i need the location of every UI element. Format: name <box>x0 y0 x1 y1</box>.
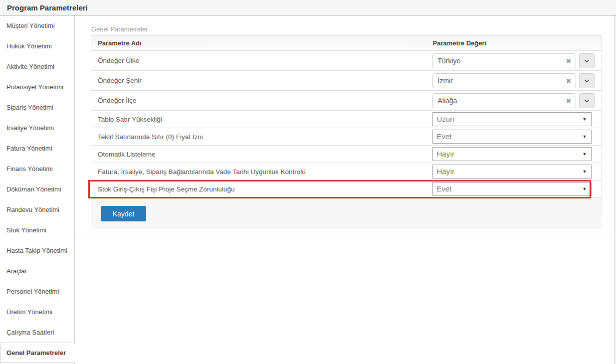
sidebar-item[interactable]: Sipariş Yönetimi <box>0 97 74 118</box>
sidebar-item-active[interactable]: Genel Parametreler <box>0 343 75 363</box>
combobox-input-wrap: ✖ <box>432 93 576 108</box>
parameter-value-cell: Uzun▼ <box>430 111 602 128</box>
page-header: Program Parametreleri <box>0 0 616 15</box>
value-input[interactable] <box>432 93 576 108</box>
value-combobox: ✖ <box>432 53 602 68</box>
dropdown-button[interactable] <box>579 73 595 88</box>
combobox-input-wrap: ✖ <box>432 53 576 68</box>
chevron-down-icon <box>584 97 590 104</box>
section-title: Genel Parametreler <box>91 25 148 33</box>
select-value-text: Hayır <box>437 150 455 158</box>
table-row: Öndeğer Şehir✖ <box>91 71 602 91</box>
clear-icon[interactable]: ✖ <box>566 77 572 84</box>
value-input[interactable] <box>432 73 576 88</box>
select-arrow-icon: ▼ <box>583 148 587 161</box>
content-bottom-divider <box>75 237 615 237</box>
sidebar-item[interactable]: Stok Yönetimi <box>0 220 74 240</box>
table-row: Teklif Satırlarında Sıfır (0) Fiyat İzni… <box>91 128 602 146</box>
sidebar-item[interactable]: İrsaliye Yönetimi <box>0 118 74 138</box>
parameter-name: Otomatik Listeleme <box>91 146 430 163</box>
sidebar-item[interactable]: Personel Yönetimi <box>0 281 74 302</box>
table-header-row: Parametre Adı Parametre Değeri <box>91 36 602 51</box>
parameter-value-cell: ✖ <box>430 91 602 111</box>
select-arrow-icon: ▼ <box>583 130 587 143</box>
chevron-down-icon <box>584 77 590 84</box>
select-arrow-icon: ▼ <box>583 165 587 178</box>
clear-icon[interactable]: ✖ <box>566 57 572 64</box>
sidebar-item[interactable]: Araçlar <box>0 261 74 281</box>
sidebar-item[interactable]: Hukuk Yönetimi <box>0 36 74 56</box>
sidebar-item[interactable]: Döküman Yönetimi <box>0 179 74 199</box>
select-value-text: Evet <box>437 184 452 193</box>
parameter-name: Teklif Satırlarında Sıfır (0) Fiyat İzni <box>91 128 430 146</box>
combobox-input-wrap: ✖ <box>432 73 576 88</box>
sidebar-item[interactable]: Finans Yönetimi <box>0 159 74 179</box>
value-input[interactable] <box>432 53 576 68</box>
sidebar-item[interactable]: Potansiyel Yönetimi <box>0 77 74 97</box>
table-row: Öndeğer İlçe✖ <box>91 91 602 111</box>
dropdown-button[interactable] <box>579 53 595 68</box>
select-value-text: Uzun <box>437 115 454 123</box>
value-select[interactable]: Evet▼ <box>432 182 592 196</box>
table-row: Stok Giriş-Çıkış Fişi Proje Seçme Zorunl… <box>91 181 602 198</box>
sidebar-item[interactable]: Müşteri Yönetimi <box>0 15 74 36</box>
parameters-table: Parametre Adı Parametre Değeri Öndeğer Ü… <box>91 35 602 216</box>
parameter-name: Fatura, İrsaliye, Sipariş Bağlantılarınd… <box>91 163 430 181</box>
column-header-parameter-value: Parametre Değeri <box>430 36 602 51</box>
save-button-bar: Kaydet <box>91 198 602 229</box>
value-select[interactable]: Hayır▼ <box>432 147 592 161</box>
table-row: Öndeğer Ülke✖ <box>91 51 602 71</box>
clear-icon[interactable]: ✖ <box>566 97 572 104</box>
sidebar-item[interactable]: Çalışma Saatleri <box>0 322 74 343</box>
select-arrow-icon: ▼ <box>583 113 587 126</box>
parameter-name: Öndeğer Ülke <box>91 51 430 71</box>
table-row: Otomatik ListelemeHayır▼ <box>91 146 602 163</box>
dropdown-button[interactable] <box>579 93 595 108</box>
select-value-text: Hayır <box>437 167 455 176</box>
value-combobox: ✖ <box>432 73 602 88</box>
sidebar-item[interactable]: Hasta Takip Yönetimi <box>0 240 74 261</box>
select-arrow-icon: ▼ <box>583 182 587 195</box>
sidebar-item[interactable]: Üretim Yönetimi <box>0 302 74 322</box>
value-select[interactable]: Hayır▼ <box>432 165 592 179</box>
save-button[interactable]: Kaydet <box>101 206 146 221</box>
sidebar: Müşteri YönetimiHukuk YönetimiAktivite Y… <box>0 15 75 364</box>
value-combobox: ✖ <box>432 93 602 108</box>
parameter-value-cell: Evet▼ <box>430 181 602 198</box>
parameter-value-cell: Hayır▼ <box>430 163 602 181</box>
parameter-value-cell: Evet▼ <box>430 128 602 146</box>
page: Program Parametreleri Müşteri YönetimiHu… <box>0 0 616 364</box>
table-row: Fatura, İrsaliye, Sipariş Bağlantılarınd… <box>91 163 602 181</box>
value-select[interactable]: Evet▼ <box>432 130 592 144</box>
page-right-divider <box>615 15 615 364</box>
page-title: Program Parametreleri <box>0 0 616 12</box>
sidebar-item[interactable]: Aktivite Yönetimi <box>0 56 74 77</box>
table-row: Tablo Satır YüksekliğiUzun▼ <box>91 111 602 128</box>
parameter-value-cell: ✖ <box>430 71 602 91</box>
parameter-name: Stok Giriş-Çıkış Fişi Proje Seçme Zorunl… <box>91 181 430 198</box>
parameter-name: Tablo Satır Yüksekliği <box>91 111 430 128</box>
parameter-name: Öndeğer İlçe <box>91 91 430 111</box>
chevron-down-icon <box>584 57 590 64</box>
column-header-parameter-name: Parametre Adı <box>91 36 430 51</box>
parameter-name: Öndeğer Şehir <box>91 71 430 91</box>
parameter-value-cell: ✖ <box>430 51 602 71</box>
sidebar-item[interactable]: Fatura Yönetimi <box>0 138 74 159</box>
sidebar-item[interactable]: Randevu Yönetimi <box>0 199 74 220</box>
value-select[interactable]: Uzun▼ <box>432 112 592 126</box>
parameter-value-cell: Hayır▼ <box>430 146 602 163</box>
select-value-text: Evet <box>437 132 452 141</box>
